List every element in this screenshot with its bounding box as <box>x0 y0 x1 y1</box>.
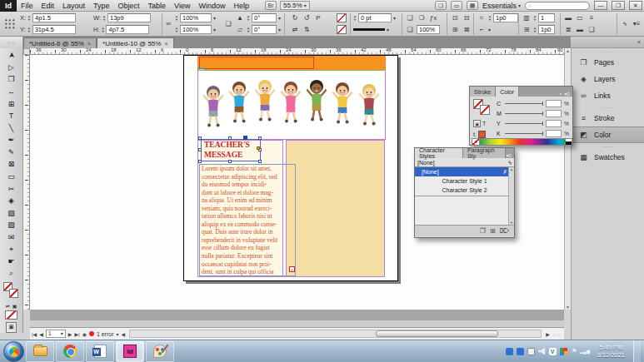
taskbar-explorer-button[interactable] <box>26 341 54 362</box>
pencil-tool-icon[interactable]: ✎ <box>2 146 22 159</box>
fill-swatch[interactable] <box>337 13 347 22</box>
new-style-group-icon[interactable] <box>480 227 486 235</box>
resize-grip[interactable]: ⁙⁙ <box>552 331 562 337</box>
style-item-1[interactable]: Character Style 1 <box>415 176 514 186</box>
collapse-panel-icon[interactable] <box>559 91 562 97</box>
style-item-none[interactable]: [None] <box>415 167 514 176</box>
lightning-icon[interactable] <box>508 160 512 166</box>
selected-anchor-handle[interactable] <box>243 136 247 140</box>
h-field[interactable]: 4p7.5 <box>106 25 149 34</box>
scroll-up-icon[interactable] <box>510 167 513 171</box>
gutter-field[interactable]: 1p0 <box>538 25 555 34</box>
none-swatch[interactable] <box>472 139 480 145</box>
align-icon[interactable] <box>587 13 597 23</box>
start-button[interactable] <box>3 341 24 362</box>
text-color-swatch[interactable] <box>478 131 486 138</box>
cyan-field[interactable] <box>546 100 562 107</box>
y-stepper[interactable] <box>27 27 31 32</box>
quick-apply-icon[interactable] <box>620 19 630 29</box>
default-fill-stroke-icon[interactable]: ▣ <box>12 303 17 309</box>
menu-view[interactable]: View <box>170 0 194 12</box>
body-text-frame[interactable]: Lorem ipsum dolor sit amet, consectetur … <box>199 164 296 276</box>
scroll-down-icon[interactable] <box>510 221 513 225</box>
rotation-stepper[interactable] <box>247 15 250 21</box>
dock-group-divider[interactable]: ⋯⋯ <box>572 48 644 54</box>
text-frame-options-icon[interactable] <box>563 13 573 23</box>
taskbar-paint-button[interactable] <box>146 341 174 362</box>
eyedropper-tool-icon[interactable]: ⌖ <box>2 243 22 255</box>
selection-handle[interactable] <box>258 160 262 163</box>
stroke-weight-stepper[interactable] <box>353 15 357 21</box>
fill-stroke-proxy[interactable] <box>2 281 22 303</box>
arrange-documents-icon[interactable] <box>467 1 478 10</box>
panel-menu-icon[interactable] <box>506 152 512 158</box>
selection-tool-icon[interactable]: ➤ <box>5 45 17 65</box>
shear-field[interactable]: 0° <box>252 25 277 34</box>
tray-app-icon[interactable] <box>506 348 513 355</box>
shear-stepper[interactable] <box>247 27 250 32</box>
baseline-options-icon[interactable] <box>575 13 585 23</box>
selection-handle[interactable] <box>228 136 232 140</box>
corner-option-handle[interactable] <box>257 146 260 150</box>
hand-tool-icon[interactable]: ☛ <box>2 255 22 268</box>
color-spectrum-bar[interactable] <box>472 138 572 146</box>
volume-icon[interactable] <box>538 348 546 355</box>
x-field[interactable]: 4p1.5 <box>32 13 76 22</box>
tab-stroke[interactable]: Stroke <box>470 87 496 97</box>
taskbar-indesign-button[interactable]: Id <box>116 341 144 362</box>
tray-colored-grid-icon[interactable] <box>560 348 567 355</box>
note-tool-icon[interactable]: ✉ <box>2 231 22 244</box>
tray-clipboard-icon[interactable] <box>527 348 535 355</box>
menu-edit[interactable]: Edit <box>37 0 59 12</box>
opacity-field[interactable]: 100% <box>417 25 440 34</box>
panel-menu-icon[interactable] <box>564 91 570 97</box>
stroke-swatch[interactable] <box>337 25 347 34</box>
scroll-right-icon[interactable] <box>546 331 550 337</box>
swap-fill-stroke-icon[interactable] <box>6 303 10 309</box>
constrain-dimensions-icon[interactable] <box>163 19 173 29</box>
show-desktop-button[interactable] <box>633 340 641 362</box>
view-options-icon[interactable] <box>435 1 447 10</box>
fill-frame-icon[interactable] <box>462 25 472 35</box>
rectangle-tool-icon[interactable]: ▭ <box>2 171 22 183</box>
page-number-field[interactable]: 1 <box>46 330 66 338</box>
scale-y-stepper[interactable] <box>175 27 178 32</box>
gradient-feather-tool-icon[interactable]: ▨ <box>2 219 22 231</box>
style-list-scrollbar[interactable] <box>508 167 514 225</box>
delete-style-icon[interactable] <box>500 227 509 235</box>
clear-overrides-icon[interactable] <box>502 169 507 176</box>
gap-tool-icon[interactable]: ↔ <box>2 86 22 98</box>
flip-horizontal-icon[interactable] <box>290 25 300 35</box>
x-stepper[interactable] <box>27 15 31 21</box>
rotation-field[interactable]: 0° <box>252 13 277 22</box>
document-page[interactable]: ▥ <box>183 55 398 281</box>
corner-stepper[interactable] <box>488 15 492 21</box>
style-item-2[interactable]: Character Style 2 <box>415 186 514 195</box>
tray-v-icon[interactable]: V <box>549 348 557 355</box>
first-page-button[interactable] <box>32 331 37 337</box>
chevron-down-icon[interactable] <box>213 15 216 21</box>
ruler-origin-box[interactable] <box>23 48 30 55</box>
screen-mode-icon[interactable] <box>451 1 462 10</box>
fit-frame-icon[interactable] <box>462 13 472 23</box>
gutter-stepper[interactable] <box>533 27 537 32</box>
fit-content-icon[interactable] <box>450 13 460 23</box>
yellow-field[interactable] <box>546 120 562 127</box>
text-format-icon[interactable]: T <box>482 121 486 126</box>
pen-tool-icon[interactable]: ✒ <box>2 134 22 146</box>
overset-text-indicator[interactable]: + <box>289 266 295 272</box>
search-input[interactable] <box>525 2 590 10</box>
magenta-slider[interactable] <box>505 113 543 114</box>
dock-item-swatches[interactable]: Swatches <box>572 149 644 166</box>
distribute-icon[interactable] <box>563 25 573 35</box>
chevron-down-icon[interactable] <box>387 27 389 32</box>
preflight-icon[interactable] <box>82 331 87 337</box>
horizontal-ruler[interactable]: 36 30 24 18 12 6 0 6 12 18 24 30 36 42 4… <box>30 48 564 55</box>
menu-file[interactable]: File <box>17 0 37 12</box>
dock-group-divider[interactable]: ⋯⋯ <box>572 143 644 149</box>
menu-type[interactable]: Type <box>89 0 114 12</box>
action-center-flag-icon[interactable] <box>571 348 578 355</box>
horizontal-scrollbar[interactable] <box>129 330 542 338</box>
scroll-down-icon[interactable] <box>566 305 570 310</box>
menu-layout[interactable]: Layout <box>58 0 89 12</box>
